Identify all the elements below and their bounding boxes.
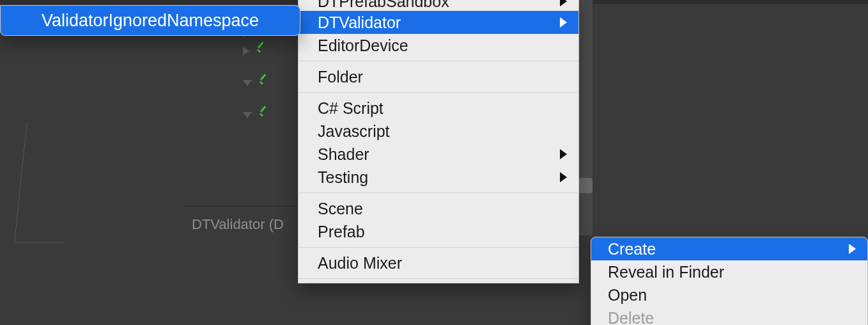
expand-arrow-down-icon[interactable] [243,112,252,118]
asset-path-label: DTValidator (D [192,216,284,233]
menu-item-label: Create [608,240,656,258]
menu-item-reveal-in-finder[interactable]: Reveal in Finder [591,260,867,283]
scrollbar-track [578,0,593,235]
menu-separator [298,193,578,193]
menu-separator [298,247,578,248]
chevron-right-icon [560,17,567,28]
menu-item-folder[interactable]: Folder [298,65,578,88]
menu-item-label: DTValidator [318,13,401,32]
menu-item-label: Javascript [318,122,390,141]
menu-item-label: Scene [318,200,363,218]
expand-arrow-down-icon[interactable] [243,80,252,86]
menu-item-testing[interactable]: Testing [298,166,578,189]
menu-item-javascript[interactable]: Javascript [298,120,578,143]
menu-item-label: Prefab [318,223,365,241]
menu-item-editordevice[interactable]: EditorDevice [298,34,578,57]
menu-item-label: C# Script [318,99,384,118]
menu-item-label: Open [608,286,647,305]
menu-item-audio-mixer[interactable]: Audio Mixer [298,251,578,274]
create-submenu: DTPrefabSandbox DTValidatorEditorDeviceF… [298,0,579,283]
menu-item-scene[interactable]: Scene [298,197,578,220]
validator-submenu: ValidatorIgnoredNamespace [0,5,300,36]
menu-item-label: Shader [318,145,369,164]
scrollbar-thumb[interactable] [578,178,593,193]
menu-item-label: EditorDevice [318,36,408,55]
menu-item-delete: Delete [591,306,867,325]
menu-item-label: Audio Mixer [318,254,402,273]
chevron-right-icon [849,244,856,254]
menu-item-label: Testing [318,168,368,187]
asset-context-menu: CreateReveal in FinderOpenDelete [591,237,868,325]
menu-item-label: Delete [608,309,654,326]
menu-item-label: Folder [318,68,363,86]
menu-separator [298,278,578,279]
chevron-right-icon [560,149,567,159]
chevron-right-icon [560,172,567,182]
menu-item-shader[interactable]: Shader [298,143,578,166]
menu-item-prefab[interactable]: Prefab [298,220,578,243]
menu-item-dtvalidator[interactable]: DTValidator [298,11,578,34]
menu-item-c-script[interactable]: C# Script [298,97,578,120]
menu-item-create[interactable]: Create [591,237,867,260]
expand-arrow-right-icon[interactable] [243,47,249,56]
menu-item-cut-top[interactable]: DTPrefabSandbox [298,0,578,11]
menu-item-validator-ignored-namespace[interactable]: ValidatorIgnoredNamespace [1,6,300,35]
check-icon [256,45,267,57]
chevron-right-icon [560,0,567,6]
menu-item-open[interactable]: Open [591,283,867,306]
menu-separator [298,92,578,93]
menu-item-label: Reveal in Finder [608,263,724,281]
check-icon [258,109,270,121]
menu-separator [298,61,578,61]
check-icon [258,77,270,89]
